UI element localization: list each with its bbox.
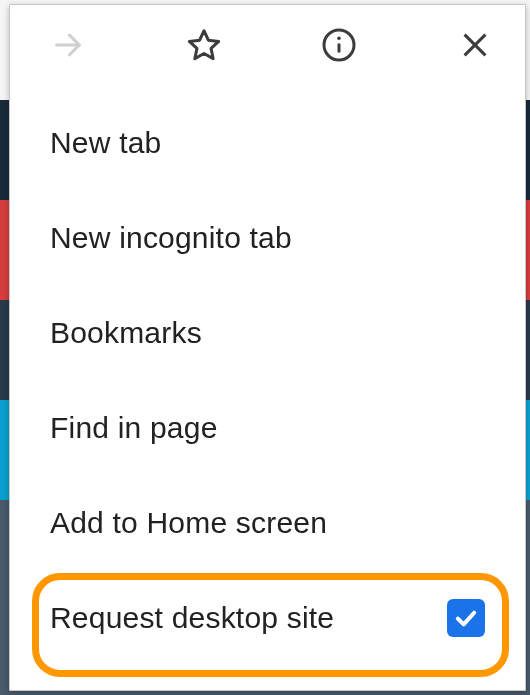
- close-menu-button[interactable]: [455, 25, 495, 65]
- page-info-button[interactable]: [319, 25, 359, 65]
- menu-item-label: New tab: [50, 126, 161, 160]
- star-icon: [186, 27, 222, 63]
- close-icon: [459, 29, 491, 61]
- svg-point-3: [338, 36, 342, 40]
- bookmark-button[interactable]: [184, 25, 224, 65]
- menu-item-new-incognito-tab[interactable]: New incognito tab: [10, 190, 525, 285]
- menu-list: New tab New incognito tab Bookmarks Find…: [10, 85, 525, 665]
- browser-overflow-menu: New tab New incognito tab Bookmarks Find…: [9, 4, 526, 691]
- menu-item-request-desktop-site[interactable]: Request desktop site: [10, 570, 525, 665]
- menu-item-bookmarks[interactable]: Bookmarks: [10, 285, 525, 380]
- menu-item-label: Request desktop site: [50, 601, 334, 635]
- menu-item-label: Add to Home screen: [50, 506, 327, 540]
- svg-marker-0: [189, 31, 218, 59]
- checkmark-icon: [452, 604, 480, 632]
- menu-toolbar: [10, 5, 525, 85]
- request-desktop-checkbox[interactable]: [447, 599, 485, 637]
- menu-item-label: Bookmarks: [50, 316, 202, 350]
- menu-item-new-tab[interactable]: New tab: [10, 95, 525, 190]
- menu-item-find-in-page[interactable]: Find in page: [10, 380, 525, 475]
- menu-item-add-to-home-screen[interactable]: Add to Home screen: [10, 475, 525, 570]
- forward-button[interactable]: [48, 25, 88, 65]
- info-icon: [321, 27, 357, 63]
- arrow-right-icon: [51, 28, 85, 62]
- menu-item-label: Find in page: [50, 411, 218, 445]
- menu-item-label: New incognito tab: [50, 221, 292, 255]
